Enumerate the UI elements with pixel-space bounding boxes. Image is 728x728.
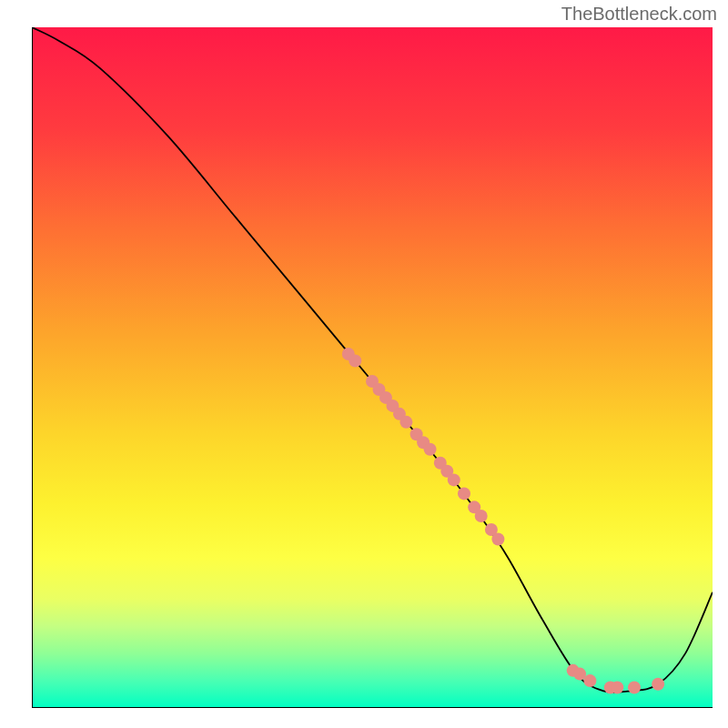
chart-container [32,27,713,708]
data-dot [399,416,412,429]
data-dot [628,682,641,694]
data-dot [611,682,623,694]
gradient-background [32,27,713,708]
data-dot [475,510,488,522]
data-dot [583,674,596,687]
watermark-text: TheBottleneck.com [561,4,717,25]
data-dot [349,355,361,368]
data-dot [491,532,504,545]
data-dot [448,473,460,486]
data-dot [652,678,664,691]
chart-svg [32,27,713,708]
data-dot [424,443,437,456]
data-dot [458,487,470,500]
